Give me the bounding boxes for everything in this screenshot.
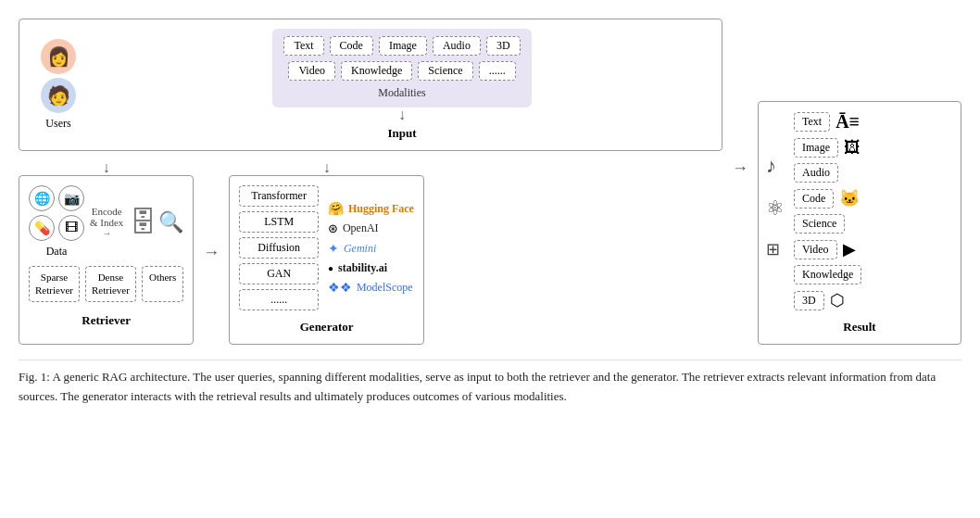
audio-result-icon: ♪: [766, 154, 776, 178]
result-inner: ♪ ⚛ ⊞ Text Ā≡ Image 🖼: [766, 111, 953, 310]
gen-diffusion: Diffusion: [239, 237, 319, 259]
avatar-1: 👩: [41, 39, 76, 74]
sparse-retriever: SparseRetriever: [29, 266, 80, 302]
result-tag-knowledge: Knowledge: [794, 265, 861, 284]
tag-science: Science: [418, 61, 472, 81]
retriever-box: 🌐 📷 💊 🎞 Data Encode& Index →: [19, 175, 194, 345]
tag-audio: Audio: [433, 36, 481, 56]
retriever-sub: SparseRetriever DenseRetriever Others: [29, 266, 183, 302]
stability-label: stability.ai: [338, 261, 387, 275]
generator-wrapper: ↓ Transformer LSTM Diffusion GAN ......: [229, 160, 424, 345]
result-knowledge-row: Knowledge: [794, 265, 861, 284]
stability-icon: ●: [328, 263, 333, 273]
3d-result-icon: ⬡: [830, 290, 845, 310]
huggingface-icon: 🤗: [328, 201, 344, 217]
result-image-row: Image 🖼: [794, 138, 861, 158]
gen-transformer: Transformer: [239, 185, 319, 207]
tag-more: ......: [479, 61, 516, 81]
image-result-icon: 🖼: [844, 138, 861, 158]
tag-3d: 3D: [486, 36, 521, 56]
result-code-row: Code 🐱: [794, 188, 861, 208]
result-tag-audio: Audio: [794, 163, 838, 183]
globe-icon: 🌐: [29, 185, 55, 211]
result-left: ♪ ⚛ ⊞: [766, 111, 785, 310]
film-icon: 🎞: [58, 215, 84, 241]
data-row: 🌐 📷 💊 🎞 Data Encode& Index →: [29, 185, 183, 259]
result-section: ♪ ⚛ ⊞ Text Ā≡ Image 🖼: [758, 101, 961, 345]
result-tag-video: Video: [794, 240, 837, 259]
model-openai: ⊛ OpenAI: [328, 221, 414, 236]
bottom-row: ↓ 🌐 📷 💊 🎞 Data: [19, 160, 722, 345]
code-result-icon: 🐱: [839, 188, 860, 208]
gen-lstm: LSTM: [239, 211, 319, 233]
input-box: 👩 🧑 Users Text Code Image Audio 3D Video…: [19, 19, 722, 151]
result-label: Result: [766, 320, 953, 335]
openai-icon: ⊛: [328, 221, 338, 236]
avatar-2: 🧑: [41, 78, 76, 113]
model-modelscope: ❖❖ ModelScope: [328, 280, 414, 296]
model-gemini: ✦ Gemini: [328, 241, 414, 257]
encode-label: Encode& Index: [90, 206, 123, 228]
gen-section: Transformer LSTM Diffusion GAN ...... 🤗 …: [239, 185, 414, 310]
gen-right: 🤗 Hugging Face ⊛ OpenAI ✦ Gemini: [328, 185, 414, 310]
retriever-label: Retriever: [29, 313, 183, 328]
input-down-arrow: ↓: [398, 107, 406, 122]
openai-label: OpenAI: [343, 221, 379, 235]
generator-label: Generator: [239, 320, 414, 335]
result-box: ♪ ⚛ ⊞ Text Ā≡ Image 🖼: [758, 101, 961, 345]
input-label: Input: [387, 126, 416, 141]
result-video-row: Video ▶: [794, 239, 861, 259]
knowledge-result-icon: ⊞: [766, 239, 780, 259]
result-tag-code: Code: [794, 189, 834, 208]
gen-left: Transformer LSTM Diffusion GAN ......: [239, 185, 319, 310]
modelscope-label: ModelScope: [357, 281, 413, 295]
huggingface-label: Hugging Face: [348, 202, 414, 216]
tag-image: Image: [379, 36, 427, 56]
search-icon: 🔍: [158, 210, 183, 234]
result-tag-science: Science: [794, 214, 845, 234]
dense-retriever: DenseRetriever: [85, 266, 136, 302]
result-science-row: Science: [794, 214, 861, 234]
result-tag-image: Image: [794, 138, 838, 158]
tag-code: Code: [330, 36, 373, 56]
generator-box: Transformer LSTM Diffusion GAN ...... 🤗 …: [229, 175, 424, 345]
result-3d-row: 3D ⬡: [794, 290, 861, 310]
others-retriever: Others: [142, 266, 183, 302]
caption: Fig. 1: A generic RAG architecture. The …: [19, 360, 961, 407]
left-column: 👩 🧑 Users Text Code Image Audio 3D Video…: [19, 19, 722, 345]
modalities-label: Modalities: [378, 86, 425, 100]
diagram: 👩 🧑 Users Text Code Image Audio 3D Video…: [19, 19, 961, 345]
video-result-icon: ▶: [843, 239, 856, 259]
retriever-to-generator-arrow: →: [203, 160, 220, 345]
retriever-down-arrow: ↓: [19, 160, 194, 175]
data-label: Data: [46, 245, 68, 259]
caption-text: Fig. 1: A generic RAG architecture. The …: [19, 370, 936, 403]
tag-knowledge: Knowledge: [341, 61, 412, 81]
generator-to-result-arrow: →: [732, 158, 748, 178]
data-icons: 🌐 📷 💊 🎞: [29, 185, 84, 241]
result-text-row: Text Ā≡: [794, 111, 861, 133]
pill-icon: 💊: [29, 215, 55, 241]
result-audio-row: Audio: [794, 163, 861, 183]
gemini-label: Gemini: [344, 242, 376, 256]
text-result-icon: Ā≡: [836, 111, 860, 133]
modalities-row-2: Video Knowledge Science ......: [288, 61, 515, 81]
retriever-wrapper: ↓ 🌐 📷 💊 🎞 Data: [19, 160, 194, 345]
result-right: Text Ā≡ Image 🖼 Audio Code �: [794, 111, 861, 310]
generator-down-arrow: ↓: [229, 160, 424, 175]
tag-text: Text: [283, 36, 323, 56]
science-result-icon: ⚛: [766, 196, 785, 221]
model-huggingface: 🤗 Hugging Face: [328, 201, 414, 217]
users-label: Users: [45, 117, 70, 131]
video-icon: 📷: [58, 185, 84, 211]
gen-more: ......: [239, 289, 319, 310]
modelscope-icon: ❖❖: [328, 280, 352, 296]
database-icon: 🗄: [129, 207, 157, 238]
gen-gan: GAN: [239, 263, 319, 284]
tag-video: Video: [288, 61, 335, 81]
modalities-box: Text Code Image Audio 3D Video Knowledge…: [272, 29, 531, 107]
users-section: 👩 🧑 Users: [32, 39, 84, 131]
modalities-row-1: Text Code Image Audio 3D: [283, 36, 520, 56]
result-tag-text: Text: [794, 112, 830, 132]
result-tag-3d: 3D: [794, 291, 824, 310]
